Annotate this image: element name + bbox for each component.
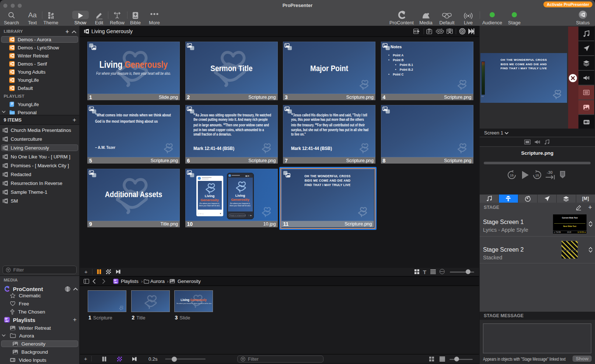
svg-text:-30: -30: [547, 170, 553, 175]
svg-text:15: 15: [510, 174, 514, 177]
svg-text:15: 15: [535, 174, 539, 177]
